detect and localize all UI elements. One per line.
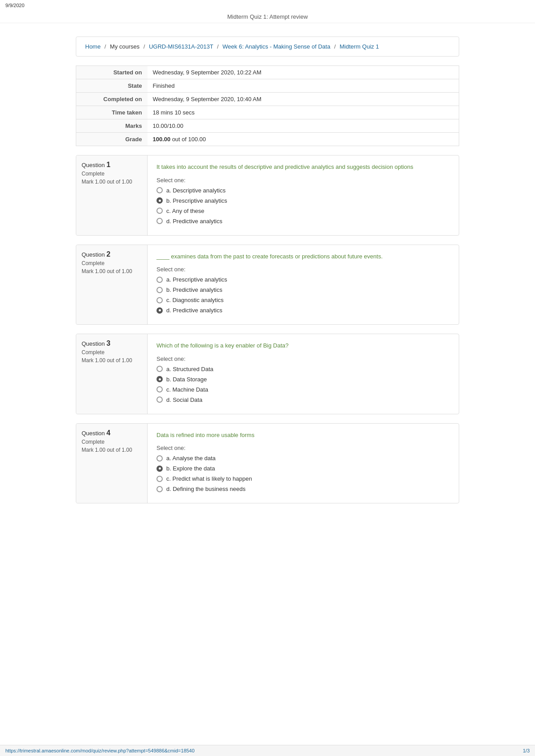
option-text-4-c: c. Predict what is likely to happen	[166, 475, 252, 482]
breadcrumb-sep1: /	[104, 43, 106, 50]
question-body-1: It takes into account the results of des…	[148, 155, 459, 235]
question-sidebar-1: Question 1CompleteMark 1.00 out of 1.00	[76, 155, 148, 235]
option-1-c[interactable]: c. Any of these	[156, 208, 450, 214]
question-number-1: Question 1	[82, 161, 142, 169]
option-text-3-c: c. Machine Data	[166, 386, 208, 393]
option-text-2-b: b. Predictive analytics	[166, 286, 222, 293]
breadcrumb-mycourses: My courses	[110, 43, 140, 50]
completed-on-value: Wednesday, 9 September 2020, 10:40 AM	[148, 93, 459, 106]
started-on-label: Started on	[76, 66, 148, 79]
option-text-2-d: d. Predictive analytics	[166, 307, 222, 314]
radio-3-c	[156, 386, 163, 392]
breadcrumb: Home / My courses / UGRD-MIS6131A-2013T …	[76, 37, 459, 57]
question-sidebar-2: Question 2CompleteMark 1.00 out of 1.00	[76, 245, 148, 325]
option-2-d[interactable]: d. Predictive analytics	[156, 307, 450, 314]
radio-1-b	[156, 197, 163, 204]
option-text-2-c: c. Diagnostic analytics	[166, 297, 224, 303]
breadcrumb-sep4: /	[334, 43, 336, 50]
question-body-2: ____ examines data from the past to crea…	[148, 245, 459, 325]
option-3-c[interactable]: c. Machine Data	[156, 386, 450, 393]
option-text-1-a: a. Descriptive analytics	[166, 187, 226, 194]
question-text-1: It takes into account the results of des…	[156, 163, 450, 172]
radio-1-a	[156, 187, 163, 193]
option-3-b[interactable]: b. Data Storage	[156, 376, 450, 383]
question-mark-4: Mark 1.00 out of 1.00	[82, 447, 142, 453]
option-text-3-a: a. Structured Data	[166, 366, 214, 372]
option-text-3-d: d. Social Data	[166, 396, 202, 403]
options-list-4: a. Analyse the datab. Explore the datac.…	[156, 455, 450, 492]
question-text-3: Which of the following is a key enabler …	[156, 341, 450, 350]
time-taken-value: 18 mins 10 secs	[148, 106, 459, 119]
option-4-c[interactable]: c. Predict what is likely to happen	[156, 475, 450, 482]
grade-value: 100.00 out of 100.00	[148, 133, 459, 146]
questions-container: Question 1CompleteMark 1.00 out of 1.00I…	[76, 155, 459, 503]
option-1-a[interactable]: a. Descriptive analytics	[156, 187, 450, 194]
question-body-3: Which of the following is a key enabler …	[148, 334, 459, 414]
time-taken-label: Time taken	[76, 106, 148, 119]
question-body-4: Data is refined into more usable formsSe…	[148, 424, 459, 503]
page-title: Midterm Quiz 1: Attempt review	[0, 11, 535, 23]
question-block-2: Question 2CompleteMark 1.00 out of 1.00_…	[76, 245, 459, 325]
options-list-2: a. Prescriptive analyticsb. Predictive a…	[156, 276, 450, 314]
question-status-2: Complete	[82, 260, 142, 266]
question-mark-1: Mark 1.00 out of 1.00	[82, 179, 142, 185]
radio-4-c	[156, 476, 163, 482]
question-sidebar-3: Question 3CompleteMark 1.00 out of 1.00	[76, 334, 148, 414]
option-text-4-a: a. Analyse the data	[166, 455, 216, 462]
info-table: Started on Wednesday, 9 September 2020, …	[76, 65, 459, 146]
option-4-b[interactable]: b. Explore the data	[156, 465, 450, 472]
option-text-3-b: b. Data Storage	[166, 376, 207, 383]
marks-label: Marks	[76, 119, 148, 133]
question-block-1: Question 1CompleteMark 1.00 out of 1.00I…	[76, 155, 459, 236]
options-list-3: a. Structured Datab. Data Storagec. Mach…	[156, 366, 450, 403]
radio-3-b	[156, 376, 163, 382]
radio-2-c	[156, 297, 163, 303]
question-block-3: Question 3CompleteMark 1.00 out of 1.00W…	[76, 334, 459, 414]
option-4-a[interactable]: a. Analyse the data	[156, 455, 450, 462]
completed-on-label: Completed on	[76, 93, 148, 106]
radio-2-a	[156, 277, 163, 283]
select-one-label-1: Select one:	[156, 177, 450, 184]
option-1-d[interactable]: d. Predictive analytics	[156, 218, 450, 225]
radio-1-d	[156, 218, 163, 224]
question-number-4: Question 4	[82, 429, 142, 437]
question-number-2: Question 2	[82, 250, 142, 258]
radio-4-b	[156, 466, 163, 472]
grade-label: Grade	[76, 133, 148, 146]
radio-2-d	[156, 307, 163, 314]
question-status-1: Complete	[82, 171, 142, 177]
option-text-1-c: c. Any of these	[166, 208, 204, 214]
radio-3-d	[156, 396, 163, 403]
select-one-label-4: Select one:	[156, 445, 450, 451]
option-2-a[interactable]: a. Prescriptive analytics	[156, 276, 450, 283]
radio-4-d	[156, 486, 163, 492]
question-mark-3: Mark 1.00 out of 1.00	[82, 357, 142, 364]
radio-3-a	[156, 366, 163, 372]
option-4-d[interactable]: d. Defining the business needs	[156, 486, 450, 492]
option-text-2-a: a. Prescriptive analytics	[166, 276, 227, 283]
option-text-1-d: d. Predictive analytics	[166, 218, 222, 225]
option-2-b[interactable]: b. Predictive analytics	[156, 286, 450, 293]
question-text-4: Data is refined into more usable forms	[156, 431, 450, 440]
option-2-c[interactable]: c. Diagnostic analytics	[156, 297, 450, 303]
options-list-1: a. Descriptive analyticsb. Prescriptive …	[156, 187, 450, 225]
breadcrumb-quiz[interactable]: Midterm Quiz 1	[340, 43, 379, 50]
option-3-a[interactable]: a. Structured Data	[156, 366, 450, 372]
question-mark-2: Mark 1.00 out of 1.00	[82, 268, 142, 274]
question-sidebar-4: Question 4CompleteMark 1.00 out of 1.00	[76, 424, 148, 503]
radio-1-c	[156, 208, 163, 214]
breadcrumb-course[interactable]: UGRD-MIS6131A-2013T	[149, 43, 213, 50]
option-1-b[interactable]: b. Prescriptive analytics	[156, 197, 450, 204]
question-status-3: Complete	[82, 349, 142, 356]
question-text-2: ____ examines data from the past to crea…	[156, 252, 450, 261]
question-status-4: Complete	[82, 439, 142, 445]
select-one-label-3: Select one:	[156, 356, 450, 362]
option-3-d[interactable]: d. Social Data	[156, 396, 450, 403]
breadcrumb-home[interactable]: Home	[85, 43, 101, 50]
breadcrumb-sep2: /	[144, 43, 145, 50]
radio-2-b	[156, 287, 163, 293]
option-text-1-b: b. Prescriptive analytics	[166, 197, 227, 204]
breadcrumb-week[interactable]: Week 6: Analytics - Making Sense of Data	[222, 43, 330, 50]
state-value: Finished	[148, 79, 459, 93]
radio-4-a	[156, 455, 163, 462]
